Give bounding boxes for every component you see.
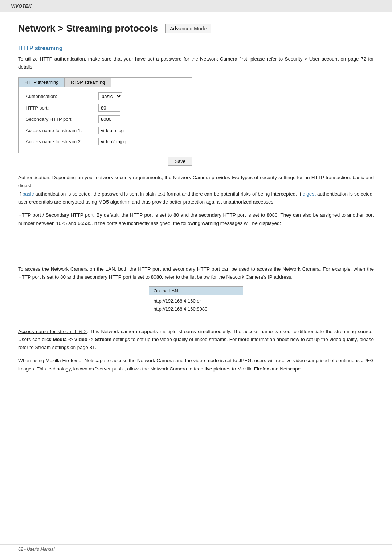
- lan-row1: http://192.168.4.160 or: [154, 297, 238, 305]
- lan-table-body: http://192.168.4.160 or http://192.168.4…: [149, 295, 243, 315]
- http-port-row: HTTP port:: [26, 104, 185, 112]
- http-port-input[interactable]: [98, 104, 120, 112]
- header-bar: VIVOTEK: [0, 0, 392, 12]
- stream1-row: Access name for stream 1:: [26, 127, 185, 134]
- tab-http-streaming[interactable]: HTTP streaming: [19, 78, 65, 87]
- lan-table-header: On the LAN: [149, 287, 243, 295]
- auth-label: Authentication:: [26, 94, 98, 99]
- http-streaming-section-title: HTTP streaming: [18, 45, 374, 52]
- sec-http-port-row: Secondary HTTP port:: [26, 115, 185, 123]
- auth-description: Authentication: Depending on your networ…: [18, 174, 374, 206]
- save-button[interactable]: Save: [168, 157, 192, 166]
- page-title: Network > Streaming protocols: [18, 23, 158, 34]
- basic-link[interactable]: basic: [23, 191, 34, 197]
- auth-select[interactable]: basic digest: [98, 92, 122, 100]
- auth-term: Authentication: [18, 175, 49, 180]
- port-term: HTTP port / Secondary HTTP port: [18, 212, 93, 218]
- page-title-row: Network > Streaming protocols Advanced M…: [18, 23, 374, 34]
- digest-link[interactable]: digest: [303, 191, 316, 197]
- http-port-label: HTTP port:: [26, 105, 98, 111]
- tab-rtsp-streaming[interactable]: RTSP streaming: [65, 78, 111, 87]
- auth-row: Authentication: basic digest: [26, 92, 185, 100]
- stream2-input[interactable]: [98, 138, 142, 145]
- footer: 62 - User's Manual: [0, 544, 392, 554]
- tab-content-http: Authentication: basic digest HTTP port: …: [19, 87, 192, 153]
- sec-http-port-label: Secondary HTTP port:: [26, 116, 98, 122]
- stream1-input[interactable]: [98, 127, 142, 134]
- stream2-label: Access name for stream 2:: [26, 139, 98, 144]
- brand-logo: VIVOTEK: [11, 3, 32, 9]
- sec-http-port-input[interactable]: [98, 115, 120, 123]
- lan-table: On the LAN http://192.168.4.160 or http:…: [149, 286, 243, 316]
- advanced-mode-button[interactable]: Advanced Mode: [165, 24, 211, 33]
- stream1-label: Access name for stream 1:: [26, 128, 98, 133]
- stream2-row: Access name for stream 2:: [26, 138, 185, 145]
- auth-text2-mid: authentication is selected, the password…: [34, 191, 303, 197]
- tab-header: HTTP streaming RTSP streaming: [19, 78, 192, 87]
- stream-bold: Media -> Video -> Stream: [53, 337, 112, 342]
- port-description: HTTP port / Secondary HTTP port: By defa…: [18, 211, 374, 227]
- mozilla-description: When using Mozilla Firefox or Netscape t…: [18, 357, 374, 373]
- footer-text: 62 - User's Manual: [18, 547, 54, 552]
- stream-term: Access name for stream 1 & 2: [18, 329, 87, 334]
- streaming-tab-panel: HTTP streaming RTSP streaming Authentica…: [18, 77, 192, 153]
- stream-description: Access name for stream 1 & 2: This Netwo…: [18, 328, 374, 352]
- warning-spacer: [18, 233, 374, 265]
- auth-text2-pre: If: [18, 191, 23, 197]
- http-streaming-intro: To utilize HTTP authentication, make sur…: [18, 55, 374, 71]
- lan-row2: http://192.168.4.160:8080: [154, 305, 238, 313]
- main-content: Network > Streaming protocols Advanced M…: [0, 12, 392, 396]
- auth-text1: : Depending on your network security req…: [18, 175, 374, 188]
- save-row: Save: [18, 157, 192, 166]
- lan-description-pre: To access the Network Camera on the LAN,…: [18, 265, 374, 282]
